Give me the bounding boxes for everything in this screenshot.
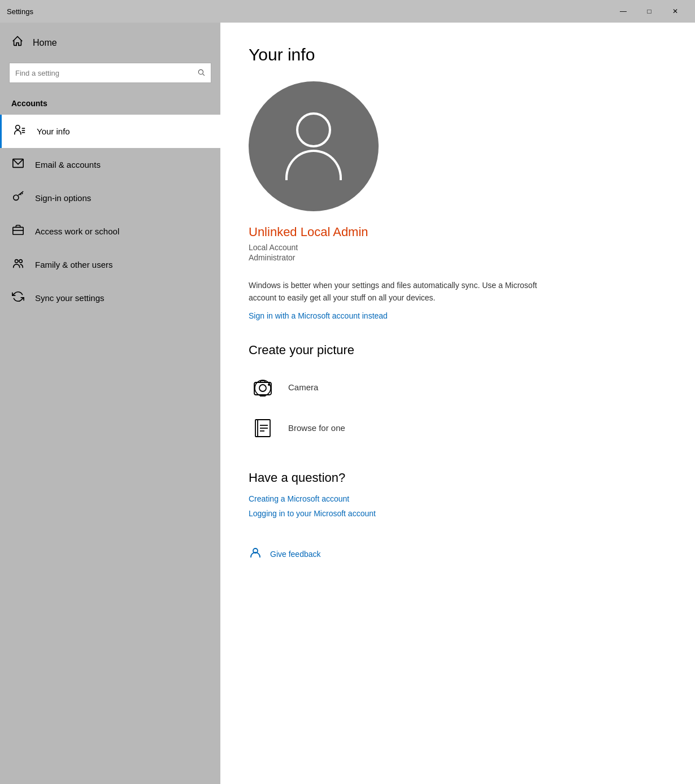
close-button[interactable]: ✕ bbox=[662, 3, 688, 20]
search-box bbox=[9, 63, 211, 83]
svg-line-9 bbox=[21, 193, 23, 194]
camera-option[interactable]: Camera bbox=[249, 373, 667, 402]
family-label: Family & other users bbox=[35, 260, 113, 269]
question-section: Have a question? Creating a Microsoft ac… bbox=[249, 471, 667, 518]
creating-ms-account-link[interactable]: Creating a Microsoft account bbox=[249, 494, 667, 503]
maximize-button[interactable]: □ bbox=[636, 3, 662, 20]
key-icon bbox=[11, 190, 25, 206]
user-display-name: Unlinked Local Admin bbox=[249, 225, 667, 239]
your-info-label: Your info bbox=[37, 127, 70, 136]
sidebar-home[interactable]: Home bbox=[0, 23, 220, 63]
sidebar-section-title: Accounts bbox=[0, 94, 220, 115]
minimize-button[interactable]: — bbox=[610, 3, 636, 20]
svg-point-2 bbox=[16, 125, 20, 129]
sync-description: Windows is better when your settings and… bbox=[249, 279, 565, 304]
sync-label: Sync your settings bbox=[35, 293, 105, 303]
work-school-label: Access work or school bbox=[35, 227, 119, 236]
sidebar-item-your-info[interactable]: Your info bbox=[0, 115, 220, 148]
people-icon bbox=[11, 257, 25, 272]
content-area: Your info Unlinked Local Admin Local Acc… bbox=[220, 23, 695, 784]
sign-in-label: Sign-in options bbox=[35, 193, 91, 203]
user-account-type: Local Account bbox=[249, 243, 667, 252]
svg-point-16 bbox=[259, 385, 266, 391]
home-label: Home bbox=[33, 38, 57, 48]
sidebar-item-sign-in[interactable]: Sign-in options bbox=[0, 181, 220, 215]
camera-icon-box bbox=[249, 373, 277, 402]
avatar-person-graphic bbox=[285, 112, 342, 180]
user-role: Administrator bbox=[249, 253, 667, 262]
create-picture-heading: Create your picture bbox=[249, 343, 667, 358]
search-input[interactable] bbox=[15, 69, 197, 77]
app-body: Home Accounts bbox=[0, 23, 695, 784]
feedback-icon bbox=[249, 546, 262, 563]
feedback-label: Give feedback bbox=[270, 550, 321, 559]
sidebar: Home Accounts bbox=[0, 23, 220, 784]
sidebar-item-email-accounts[interactable]: Email & accounts bbox=[0, 148, 220, 181]
svg-point-14 bbox=[19, 260, 23, 263]
sidebar-item-family[interactable]: Family & other users bbox=[0, 248, 220, 281]
svg-point-0 bbox=[198, 69, 203, 74]
browse-icon-box bbox=[249, 414, 277, 442]
search-icon-button[interactable] bbox=[197, 68, 205, 78]
avatar-head bbox=[296, 112, 331, 147]
sidebar-item-sync[interactable]: Sync your settings bbox=[0, 281, 220, 315]
home-icon bbox=[11, 35, 24, 50]
sidebar-item-work-school[interactable]: Access work or school bbox=[0, 215, 220, 248]
email-icon bbox=[11, 157, 25, 172]
person-list-icon bbox=[13, 124, 27, 139]
avatar bbox=[249, 81, 379, 211]
page-title: Your info bbox=[249, 45, 667, 64]
sign-in-ms-link[interactable]: Sign in with a Microsoft account instead bbox=[249, 311, 667, 320]
camera-icon bbox=[252, 377, 273, 398]
camera-label: Camera bbox=[288, 382, 318, 392]
svg-line-1 bbox=[203, 73, 205, 75]
svg-rect-11 bbox=[13, 227, 23, 234]
feedback-section[interactable]: Give feedback bbox=[249, 546, 667, 563]
svg-point-7 bbox=[14, 195, 19, 200]
browse-label: Browse for one bbox=[288, 423, 345, 433]
svg-line-10 bbox=[20, 194, 21, 195]
briefcase-icon bbox=[11, 224, 25, 239]
browse-icon bbox=[252, 417, 273, 439]
avatar-body bbox=[285, 150, 342, 180]
email-accounts-label: Email & accounts bbox=[35, 160, 101, 169]
svg-point-13 bbox=[15, 260, 19, 263]
app-title: Settings bbox=[7, 7, 33, 16]
logging-in-ms-account-link[interactable]: Logging in to your Microsoft account bbox=[249, 509, 667, 518]
browse-option[interactable]: Browse for one bbox=[249, 414, 667, 442]
title-bar: Settings — □ ✕ bbox=[0, 0, 695, 23]
question-heading: Have a question? bbox=[249, 471, 667, 485]
window-controls: — □ ✕ bbox=[610, 3, 688, 20]
sync-icon bbox=[11, 290, 25, 306]
svg-point-18 bbox=[268, 384, 270, 386]
